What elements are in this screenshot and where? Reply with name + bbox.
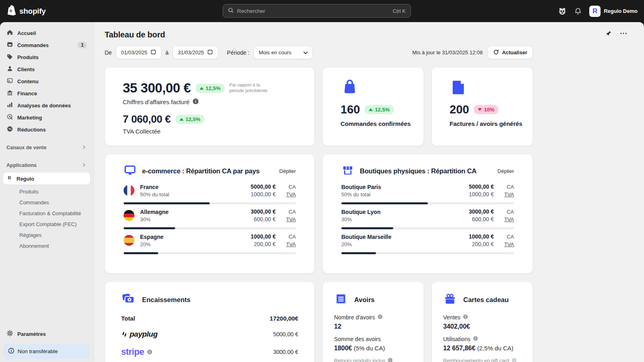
- cartes-cadeau-title: Cartes cadeau: [463, 296, 509, 304]
- sidebar-section-canaux[interactable]: Canaux de vente: [3, 142, 90, 153]
- tva-link[interactable]: TVA: [282, 241, 296, 247]
- avoirs-footnote: Retours produits inclus: [334, 358, 412, 362]
- sidebar-item-regulo-commandes[interactable]: Commandes: [3, 197, 90, 208]
- tva-link[interactable]: TVA: [500, 191, 514, 197]
- sidebar-item-contenu[interactable]: Contenu: [3, 75, 90, 87]
- tva-link[interactable]: TVA: [500, 216, 514, 222]
- sidebar-item-regulo-facturation[interactable]: Facturation & Comptabilité: [3, 208, 90, 219]
- sidebar-item-produits[interactable]: Produits: [3, 51, 90, 63]
- period-select[interactable]: Mois en cours: [254, 46, 313, 59]
- discount-icon: %: [6, 125, 13, 134]
- orders-label: Commandes confirmées: [341, 120, 406, 127]
- tva-link[interactable]: TVA: [282, 216, 296, 222]
- info-icon[interactable]: [192, 98, 199, 106]
- cash-icon: [121, 292, 136, 307]
- chevron-right-icon: [81, 162, 87, 169]
- svg-text:R: R: [8, 175, 11, 180]
- sidebar-item-commandes[interactable]: Commandes 1: [3, 39, 90, 51]
- invoices-value: 200: [450, 103, 469, 116]
- regulo-avatar: R: [589, 6, 601, 17]
- chevron-down-icon: [303, 49, 308, 56]
- sidebar-item-clients[interactable]: Clients: [3, 63, 90, 75]
- pin-icon[interactable]: [605, 30, 612, 37]
- person-icon: [6, 65, 13, 73]
- revenue-card: 35 300,00 € 12,5% Par rapport à lapériod…: [105, 67, 315, 146]
- tva-link[interactable]: TVA: [282, 191, 296, 197]
- progress-fill: [124, 227, 175, 229]
- orders-card: 160 12,5% Commandes confirmées: [322, 67, 424, 146]
- progress-fill: [341, 252, 376, 254]
- svg-text:S: S: [10, 8, 12, 13]
- info-icon[interactable]: [378, 314, 383, 321]
- orders-count-badge: 1: [78, 42, 87, 48]
- orders-icon: [6, 41, 13, 49]
- avoirs-sum-value: 1800€ (5% du CA): [334, 345, 412, 352]
- sidebar-item-marketing[interactable]: Marketing: [3, 111, 90, 123]
- tag-icon: [6, 53, 13, 61]
- sidebar-section-applications[interactable]: Applications: [3, 160, 90, 171]
- orders-delta-badge: 12,5%: [365, 105, 394, 114]
- tva-link[interactable]: TVA: [500, 241, 514, 247]
- topbar: S shopify Ctrl K R Regulo Demo: [0, 0, 644, 22]
- progress-track: [341, 227, 514, 229]
- period-label: Période :: [227, 49, 250, 56]
- sidebar-item-regulo-produits[interactable]: Produits: [3, 186, 90, 197]
- filter-bar: De 01/03/2025 à 31/03/2025 Période : Moi…: [105, 46, 533, 59]
- store-row-marseille: Boutique Marseille 20% 1000,00 €CA 200,0…: [341, 233, 514, 247]
- revenue-delta-badge: 12,5%: [196, 84, 225, 93]
- ecommerce-expand-link[interactable]: Déplier: [279, 168, 296, 174]
- non-transferable-badge[interactable]: Non transférable: [3, 344, 90, 359]
- storefront-icon: [341, 164, 354, 178]
- date-to-input[interactable]: 31/03/2025: [173, 46, 218, 59]
- info-icon[interactable]: [388, 358, 393, 362]
- target-icon: [6, 113, 13, 121]
- store-row-lyon: Boutique Lyon 30% 3000,00 €CA 600,00 €TV…: [341, 208, 514, 222]
- payplug-logo: payplug: [121, 330, 157, 339]
- account-menu[interactable]: R Regulo Demo: [589, 6, 638, 17]
- shopify-logo[interactable]: S shopify: [6, 5, 127, 18]
- receipt-icon: [334, 292, 348, 307]
- ecommerce-repartition-card: e-commerce : Répartition CA par pays Dép…: [105, 154, 315, 274]
- avoirs-title: Avoirs: [354, 296, 375, 304]
- search-input[interactable]: [237, 8, 390, 14]
- global-search[interactable]: Ctrl K: [223, 4, 411, 18]
- country-row-espagne: Espagne 20% 1000,00 €CA 200,00 €TVA: [124, 233, 296, 247]
- sidebar-item-parametres[interactable]: Paramètres: [3, 328, 90, 340]
- sidebar-item-reductions[interactable]: % Réductions: [3, 123, 90, 136]
- revenue-value: 35 300,00 €: [123, 80, 191, 96]
- stores-expand-link[interactable]: Déplier: [497, 168, 514, 174]
- sidebar-item-regulo-abonnement[interactable]: Abonnement: [3, 241, 90, 251]
- info-icon[interactable]: [512, 358, 517, 362]
- cartes-cadeau-card: Cartes cadeau Ventes 3402,00€ Utilisatio…: [431, 282, 533, 362]
- home-icon: [6, 29, 13, 37]
- invoices-label: Factures / avoirs générés: [450, 120, 515, 127]
- orders-value: 160: [341, 103, 360, 116]
- refresh-button[interactable]: Actualiser: [487, 46, 533, 59]
- info-icon[interactable]: [147, 347, 153, 357]
- progress-track: [341, 252, 514, 254]
- progress-track: [124, 252, 296, 254]
- sidebar-item-regulo-reglages[interactable]: Réglages: [3, 230, 90, 241]
- info-icon[interactable]: [463, 314, 468, 321]
- stores-repartition-card: Boutiques physiques : Répartition CA Dép…: [322, 154, 533, 274]
- sidebar-item-accueil[interactable]: Accueil: [3, 27, 90, 39]
- chevron-right-icon: [81, 144, 87, 151]
- sidebar-item-regulo[interactable]: R Regulo: [3, 173, 90, 185]
- compare-period-text: Par rapport à lapériode précédente: [229, 82, 268, 94]
- progress-track: [124, 227, 296, 229]
- sidebar-item-analyses[interactable]: Analyses de données: [3, 99, 90, 111]
- avoirs-count-value: 12: [334, 323, 412, 330]
- date-from-input[interactable]: 01/03/2025: [116, 46, 161, 59]
- progress-fill: [341, 227, 393, 229]
- notifications-bell-icon[interactable]: [574, 7, 582, 15]
- trend-up-icon: [200, 87, 204, 90]
- sidebar-item-regulo-export-fec[interactable]: Export Comptable (FEC): [3, 219, 90, 230]
- giftcard-usage-value: 12 657,86€ (2,5% du CA): [443, 345, 521, 352]
- info-icon[interactable]: [473, 336, 478, 342]
- trend-down-icon: [478, 108, 482, 111]
- more-options-icon[interactable]: [620, 32, 627, 35]
- date-to-label: à: [165, 49, 169, 56]
- sidebar-item-finance[interactable]: Finance: [3, 87, 90, 99]
- panda-face-icon[interactable]: [558, 7, 567, 16]
- info-outline-icon: [8, 348, 14, 355]
